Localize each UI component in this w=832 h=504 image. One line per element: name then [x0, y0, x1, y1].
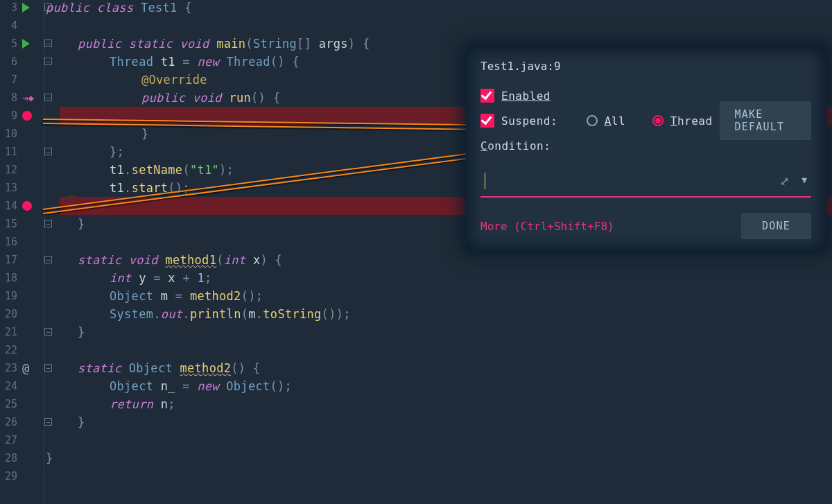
done-button[interactable]: DONE [741, 213, 811, 239]
text-caret [485, 173, 485, 189]
history-dropdown-icon[interactable]: ▼ [801, 175, 807, 188]
popup-footer: More (Ctrl+Shift+F8) DONE [480, 213, 811, 239]
condition-label: Condition: [480, 139, 551, 153]
more-link[interactable]: More (Ctrl+Shift+F8) [480, 220, 614, 233]
radio-all[interactable] [587, 115, 598, 126]
make-default-button[interactable]: MAKE DEFAULT [720, 101, 811, 140]
suspend-row: Suspend: All Thread MAKE DEFAULT [480, 110, 811, 131]
radio-thread[interactable] [652, 115, 664, 126]
expand-icon[interactable]: ⤢ [780, 175, 789, 188]
suspend-checkbox[interactable] [480, 114, 494, 128]
breakpoint-popup: Test1.java:9 Enabled Suspend: All Thread… [466, 46, 826, 251]
enabled-checkbox[interactable] [480, 89, 494, 103]
suspend-label: Suspend: [501, 114, 557, 128]
radio-all-label[interactable]: All [605, 114, 625, 128]
popup-title: Test1.java:9 [480, 60, 811, 73]
radio-thread-label[interactable]: Thread [670, 114, 713, 128]
condition-input[interactable]: ⤢ ▼ [480, 166, 811, 198]
enabled-label: Enabled [501, 89, 551, 103]
